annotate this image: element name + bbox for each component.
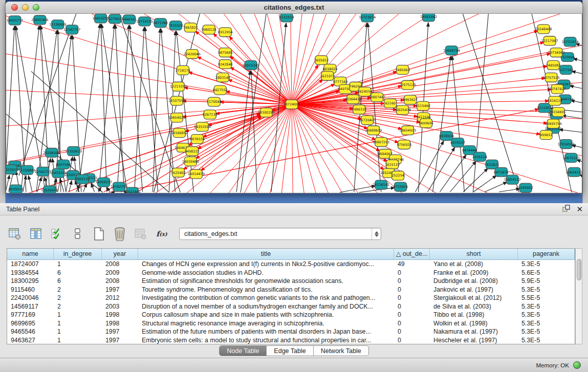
table-source-dropdown[interactable]: citations_edges.txt (179, 228, 381, 240)
graph-node-label: 18724007 (284, 102, 300, 106)
table-row[interactable]: 1938455462009Genome-wide association stu… (7, 269, 575, 277)
graph-node-label: 20015349 (243, 63, 259, 68)
table-settings-icon[interactable] (7, 226, 23, 242)
table-cell: 1997 (102, 327, 138, 336)
table-toolbar: f(x) citations_edges.txt (7, 223, 381, 245)
table-row[interactable]: 1456911722003Disruption of a novel membe… (7, 302, 575, 311)
table-row[interactable]: 2242004622012Investigating the contribut… (7, 294, 575, 302)
column-header-year[interactable]: year (102, 249, 138, 259)
graph-node-label: 7485063 (395, 68, 410, 72)
graph-node-label: 12620650 (41, 188, 58, 192)
table-cell: 0 (394, 277, 430, 286)
table-cell: 5.3E-5 (518, 311, 575, 319)
table-cell: 2 (54, 286, 102, 294)
table-row[interactable]: 969969511998Structural magnetic resonanc… (7, 319, 575, 328)
table-row[interactable]: 1830029562008Estimation of significance … (7, 277, 575, 286)
table-row[interactable]: 1872400712008Changes of HCN gene express… (7, 260, 575, 269)
column-header-title[interactable]: title (138, 249, 394, 259)
graph-node-label: 18107552 (168, 99, 185, 103)
delete-column-icon[interactable] (133, 226, 148, 242)
table-cell: 0 (394, 286, 430, 294)
column-header-name[interactable]: name (7, 249, 54, 259)
network-window-titlebar[interactable]: citations_edges.txt (6, 2, 582, 14)
float-window-icon[interactable] (562, 205, 570, 214)
network-canvas[interactable]: 1405571720691406111568691234275710653257… (6, 14, 582, 193)
merge-tables-icon[interactable] (70, 226, 85, 242)
tab-edge-table[interactable]: Edge Table (266, 346, 313, 356)
memory-status-label: Memory: OK (536, 362, 569, 368)
graph-node-label: 2935114 (472, 155, 487, 159)
table-cell: Franke et al. (2009) (430, 269, 518, 277)
table-source-value: citations_edges.txt (180, 230, 372, 237)
table-cell: 5.3E-5 (518, 260, 575, 269)
table-row[interactable]: 977716911998Corpus callosum shape and si… (7, 311, 575, 319)
table-cell: 1998 (102, 311, 138, 319)
column-header-pagerank[interactable]: pagerank (518, 249, 575, 259)
graph-node-label: 8267130 (203, 113, 217, 117)
tab-network-table[interactable]: Network Table (313, 346, 368, 356)
graph-node-label: 7655812 (314, 58, 329, 62)
column-header-in_degree[interactable]: in_degree (54, 249, 102, 259)
graph-node-label: 8427552 (213, 88, 228, 92)
table-cell: 22420046 (7, 294, 54, 302)
graph-node-label: 10654112 (504, 178, 521, 182)
table-cell: Estimation of the future numbers of pati… (138, 327, 394, 336)
table-cell: Corpus callosum shape and size in male p… (138, 311, 394, 319)
status-bar: Memory: OK (0, 358, 588, 372)
application-window: citations_edges.txt 14055717206914061115… (0, 0, 588, 372)
graph-node-label: 19734983 (548, 51, 565, 55)
column-header-short[interactable]: short (430, 249, 518, 259)
graph-node-label: 9227342 (559, 68, 574, 72)
graph-node-label: 1621072 (320, 74, 335, 78)
table-cell: 0 (394, 327, 430, 336)
row-checks-icon[interactable] (49, 226, 64, 242)
tab-node-table[interactable]: Node Table (220, 346, 266, 356)
graph-node-label: 2718176 (176, 69, 190, 73)
graph-node-label: 9115460 (416, 104, 430, 108)
delete-table-icon[interactable] (112, 226, 127, 242)
table-cell: Structural magnetic resonance image aver… (138, 319, 394, 328)
table-cell: 1 (54, 260, 102, 269)
table-cell: Embryonic stem cells: a model to study s… (138, 336, 394, 345)
table-cell: 0 (394, 269, 430, 277)
graph-node-label: 20206506 (43, 151, 60, 155)
table-tabbar: Node TableEdge TableNetwork Table (0, 345, 588, 357)
graph-node-label: 11548408 (535, 27, 552, 31)
graph-node-label: 1170044 (207, 100, 222, 104)
table-cell: Jankovic et al. (1997) (430, 286, 518, 294)
table-cell: 5.3E-5 (518, 327, 575, 336)
function-builder-icon[interactable]: f(x) (154, 226, 169, 242)
table-scrollbar[interactable] (575, 248, 582, 344)
table-cell: 9463627 (7, 336, 54, 345)
table-cell: 1 (54, 311, 102, 319)
column-header-out_de[interactable]: △ out_de... (394, 249, 430, 259)
graph-node-label: 9245652 (518, 186, 533, 190)
graph-node-label: 252254 (391, 173, 404, 178)
graph-node-label: 18300295 (258, 111, 275, 115)
network-graph[interactable]: 1405571720691406111568691234275710653257… (6, 14, 582, 193)
graph-node-label: 8215953 (537, 106, 552, 110)
table-cell: 14569117 (7, 302, 54, 311)
graph-node-label: 11156869 (18, 168, 35, 172)
graph-node-label: 8471876 (494, 170, 509, 174)
table-cell: 5.3E-5 (518, 286, 575, 294)
new-table-icon[interactable] (91, 226, 106, 242)
table-row[interactable]: 946362711997Embryonic stem cells: a mode… (7, 336, 575, 345)
column-select-icon[interactable] (28, 226, 43, 242)
graph-node-label: 19654925 (168, 116, 185, 120)
scrollbar-thumb[interactable] (577, 259, 581, 280)
table-row[interactable]: 946554611997Estimation of the future num… (7, 327, 575, 336)
table-cell: 2003 (102, 302, 138, 311)
table-cell: Investigating the contribution of common… (138, 294, 394, 302)
table-cell: Disruption of a novel member of a sodium… (138, 302, 394, 311)
graph-node-label: 16648784 (443, 49, 460, 53)
table-cell: 2 (54, 302, 102, 311)
table-cell: 5.3E-5 (518, 336, 575, 345)
table-row[interactable]: 911546021997Tourette syndrome. Phenomeno… (7, 286, 575, 294)
table-panel-titlebar: Table Panel ✕ (0, 203, 588, 215)
table-cell: Wolkin et al. (1998) (430, 319, 518, 328)
graph-node-label: 9498222 (185, 149, 200, 154)
graph-node-label: 15720407 (359, 118, 376, 122)
close-panel-icon[interactable]: ✕ (576, 205, 583, 213)
graph-node-label: 9699695 (419, 121, 433, 125)
